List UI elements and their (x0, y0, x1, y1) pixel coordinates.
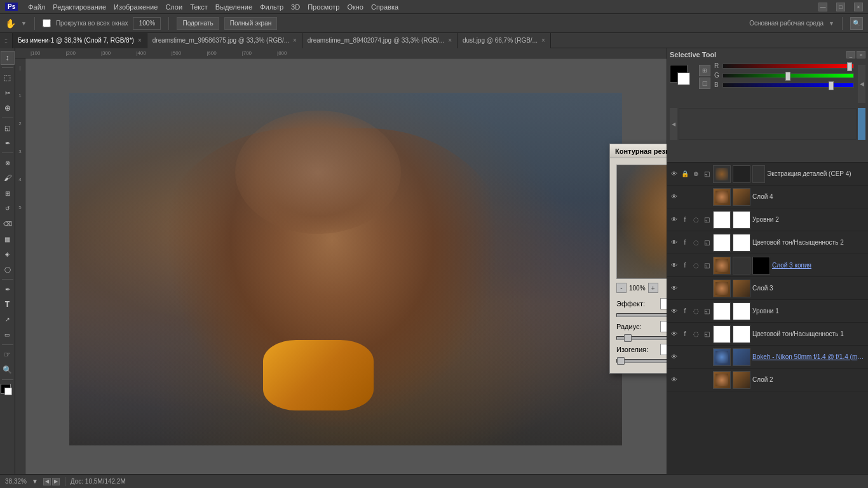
b-slider-thumb[interactable] (829, 81, 834, 90)
tool-eyedropper[interactable]: ✒ (1, 136, 15, 150)
dialog-preview[interactable] (616, 165, 667, 279)
tab-0[interactable]: Без имени-1 @ 38,3% (Слой 7, RGB/8*) × (13, 33, 147, 48)
selective-close-btn[interactable]: × (857, 51, 865, 58)
menu-view[interactable]: Просмотр (308, 3, 339, 11)
zoom-input[interactable]: 100% (133, 17, 161, 30)
threshold-input[interactable]: 0 (660, 344, 667, 355)
layer-visibility-toggle[interactable]: 👁 (670, 238, 679, 247)
unsharp-mask-dialog[interactable]: Контурная резкость _ × (609, 144, 667, 374)
layer-visibility-toggle[interactable]: 👁 (670, 215, 679, 224)
r-slider-track[interactable] (722, 64, 854, 69)
minimize-btn[interactable]: — (818, 3, 827, 11)
tool-zoom[interactable]: 🔍 (1, 363, 15, 377)
tab-1[interactable]: dreamstime_m_99586375.jpg @ 33,3% (RGB/.… (147, 33, 302, 48)
tool-shape[interactable]: ▭ (1, 328, 15, 342)
layer-row[interactable]: 👁 f ◌ ◱ Слой 3 копия (667, 254, 868, 277)
close-btn[interactable]: × (854, 3, 863, 11)
layer-visibility-toggle[interactable]: 👁 (670, 193, 679, 201)
tool-healing[interactable]: ⊗ (1, 156, 15, 170)
layer-visibility-toggle[interactable]: 👁 (670, 170, 679, 179)
effect-input[interactable]: 90 (660, 298, 667, 309)
layer-row[interactable]: 👁 Слой 2 (667, 369, 868, 391)
layer-row[interactable]: 👁 Bokeh - Nikon 50mm f/1.4 @ f/1.4 (modi… (667, 346, 868, 369)
layer-visibility-toggle[interactable]: 👁 (670, 353, 679, 362)
menu-file[interactable]: Файл (28, 3, 45, 11)
background-color[interactable] (4, 388, 12, 395)
menu-select[interactable]: Выделение (215, 3, 252, 11)
menu-layers[interactable]: Слои (165, 3, 182, 11)
tab-3-close[interactable]: × (541, 37, 545, 44)
tool-magic-wand[interactable]: ⊕ (1, 101, 15, 115)
tool-selection[interactable]: ⬚ (1, 71, 15, 85)
tool-eraser[interactable]: ⌫ (1, 217, 15, 231)
menu-3d[interactable]: 3D (291, 3, 300, 11)
threshold-slider[interactable] (616, 359, 667, 363)
tool-hand[interactable]: ☞ (1, 348, 15, 362)
zoom-out-btn[interactable]: - (616, 283, 627, 293)
panel-indicator-1[interactable]: ◀ (670, 108, 677, 140)
threshold-slider-thumb[interactable] (617, 357, 625, 365)
effect-slider[interactable] (616, 313, 667, 317)
zoom-in-btn[interactable]: + (648, 283, 658, 293)
menu-help[interactable]: Справка (371, 3, 398, 11)
tool-blur[interactable]: ◈ (1, 247, 15, 261)
tool-text[interactable]: T (1, 297, 15, 311)
layer-visibility-toggle[interactable]: 👁 (670, 376, 679, 384)
dialog-title-bar[interactable]: Контурная резкость _ × (610, 144, 667, 158)
channel-icon-1[interactable]: ⊞ (699, 65, 710, 76)
tab-2-close[interactable]: × (448, 37, 452, 44)
tool-history-brush[interactable]: ↺ (1, 201, 15, 215)
layer-row[interactable]: 👁 f ◌ ◱ Цветовой тон/Насыщенность 1 (667, 323, 868, 346)
tool-clone[interactable]: ⊞ (1, 186, 15, 200)
fullscreen-btn[interactable]: Полный экран (224, 17, 278, 30)
radius-slider-thumb[interactable] (624, 334, 632, 342)
channel-icon-2[interactable]: ◫ (699, 78, 710, 89)
layer-row[interactable]: 👁 🔒 ⊕ ◱ Экстракция деталей (СЕР 4) (667, 163, 868, 186)
layer-row[interactable]: 👁 f ◌ ◱ Цветовой тон/Насыщенность 2 (667, 231, 868, 254)
search-icon[interactable]: 🔍 (850, 17, 863, 30)
layer-visibility-toggle[interactable]: 👁 (670, 330, 679, 339)
scroll-all-checkbox[interactable] (43, 19, 51, 27)
panel-collapse-btn[interactable]: ◀ (858, 65, 865, 103)
tool-path-select[interactable]: ↗ (1, 313, 15, 327)
background-swatch[interactable] (677, 72, 690, 85)
layer-visibility-toggle[interactable]: 👁 (670, 261, 679, 270)
maximize-btn[interactable]: □ (836, 3, 845, 11)
tool-crop[interactable]: ◱ (1, 121, 15, 135)
menu-image[interactable]: Изображение (114, 3, 158, 11)
layer-row[interactable]: 👁 Слой 3 (667, 277, 868, 300)
tab-3[interactable]: dust.jpg @ 66,7% (RGB/... × (458, 33, 551, 48)
fit-btn[interactable]: Подогнать (177, 17, 219, 30)
menu-filter[interactable]: Фильтр (260, 3, 283, 11)
zoom-down-arrow[interactable]: ▼ (32, 478, 38, 485)
menu-window[interactable]: Окно (347, 3, 363, 11)
layer-visibility-toggle[interactable]: 👁 (670, 284, 679, 293)
g-slider-track[interactable] (722, 73, 854, 78)
layer-row[interactable]: 👁 Слой 4 (667, 186, 868, 208)
zoom-left-btn[interactable]: ◀ (43, 478, 51, 485)
hand-tool-icon[interactable]: ✋ (5, 18, 16, 29)
color-swatch-area[interactable] (1, 384, 15, 398)
radius-slider[interactable] (616, 336, 667, 340)
layer-thumb-2 (733, 371, 750, 389)
tab-0-close[interactable]: × (138, 37, 142, 44)
r-slider-thumb[interactable] (847, 62, 852, 71)
menu-edit[interactable]: Редактирование (53, 3, 106, 11)
layer-row[interactable]: 👁 f ◌ ◱ Уровни 1 (667, 300, 868, 323)
tool-lasso[interactable]: ✂ (1, 86, 15, 100)
layer-visibility-toggle[interactable]: 👁 (670, 307, 679, 316)
radius-input[interactable]: 1,2 (660, 321, 667, 332)
menu-text[interactable]: Текст (190, 3, 208, 11)
tool-dodge[interactable]: ◯ (1, 262, 15, 276)
tool-gradient[interactable]: ▦ (1, 232, 15, 246)
tab-2[interactable]: dreamstime_m_89402074.jpg @ 33,3% (RGB/.… (302, 33, 458, 48)
tab-1-close[interactable]: × (293, 37, 297, 44)
tool-pen[interactable]: ✒ (1, 282, 15, 296)
b-slider-track[interactable] (722, 83, 854, 88)
zoom-right-btn[interactable]: ▶ (52, 478, 60, 485)
selective-minimize-btn[interactable]: _ (846, 51, 855, 58)
tool-brush[interactable]: 🖌 (1, 171, 15, 185)
layer-row[interactable]: 👁 f ◌ ◱ Уровни 2 (667, 208, 868, 231)
tool-move[interactable]: ↕ (1, 51, 15, 65)
g-slider-thumb[interactable] (785, 72, 790, 81)
